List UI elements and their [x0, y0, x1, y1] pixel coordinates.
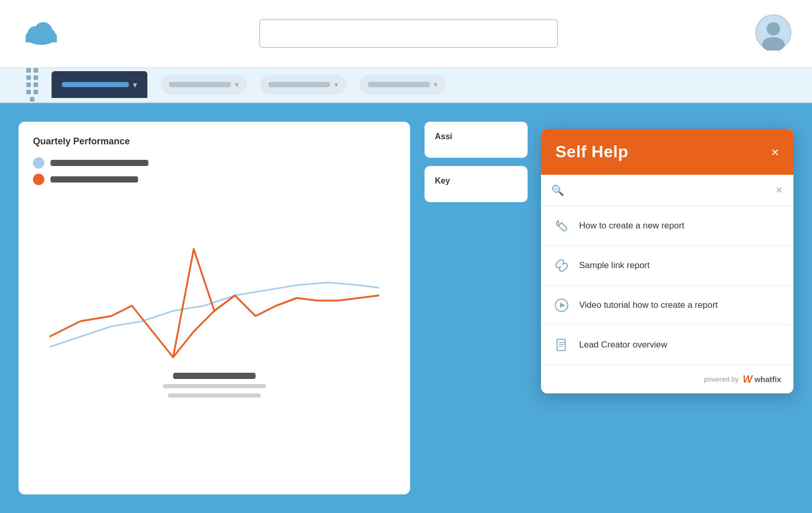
help-item-text-1: How to create a new report	[579, 221, 684, 231]
svg-rect-4	[26, 37, 57, 42]
chevron-down-icon: ▾	[334, 80, 338, 89]
powered-by-text: powered by	[704, 375, 738, 383]
help-item-text-3: Video tutorial how to create a report	[579, 300, 718, 310]
search-bar-wrapper	[62, 19, 755, 48]
self-help-footer: powered by W whatfix	[541, 365, 793, 393]
grid-menu-button[interactable]	[21, 73, 43, 96]
chart-card: Quartely Performance	[19, 122, 410, 494]
link-icon	[553, 257, 570, 274]
svg-rect-11	[557, 339, 565, 351]
legend-bar-blue	[50, 160, 148, 166]
side-card-bottom: Key	[425, 166, 528, 202]
play-icon	[553, 297, 570, 313]
nav-dropdown-2[interactable]: ▾	[260, 75, 346, 94]
close-button[interactable]: ×	[771, 145, 779, 159]
self-help-title: Self Help	[555, 142, 628, 161]
search-clear-icon[interactable]: ✕	[775, 185, 783, 196]
top-nav	[0, 0, 812, 67]
legend-item-blue	[33, 157, 396, 169]
chart-bottom	[33, 373, 396, 398]
whatfix-logo: W whatfix	[742, 373, 781, 385]
chart-sub-line-1	[163, 384, 266, 388]
chevron-down-icon: ▾	[133, 80, 137, 90]
self-help-search-bar: 🔍 ✕	[541, 175, 793, 206]
help-items-list: How to create a new report Sample link r…	[541, 206, 793, 365]
help-item-lead-creator[interactable]: Lead Creator overview	[541, 325, 793, 365]
document-icon	[553, 337, 570, 353]
svg-marker-10	[560, 303, 565, 308]
help-item-how-to-create[interactable]: How to create a new report	[541, 206, 793, 246]
chevron-down-icon: ▾	[434, 80, 437, 89]
chart-title: Quartely Performance	[33, 136, 396, 147]
chart-label-bar	[173, 373, 256, 379]
self-help-header: Self Help ×	[541, 129, 793, 175]
legend-dot-orange	[33, 174, 44, 185]
help-item-video-tutorial[interactable]: Video tutorial how to create a report	[541, 286, 793, 325]
side-card-bottom-title: Key	[435, 176, 517, 186]
search-icon: 🔍	[551, 184, 564, 196]
whatfix-brand-text: whatfix	[754, 375, 781, 384]
svg-point-6	[767, 22, 780, 36]
chart-legend	[33, 157, 396, 185]
right-panel: Assi Key	[425, 122, 528, 494]
main-search-bar[interactable]	[259, 19, 558, 48]
tool-icon	[553, 218, 570, 234]
user-avatar[interactable]	[755, 14, 791, 53]
help-item-text-4: Lead Creator overview	[579, 340, 667, 350]
legend-bar-orange	[50, 176, 138, 183]
whatfix-w-icon: W	[742, 373, 752, 385]
help-item-text-2: Sample link report	[579, 260, 650, 271]
logo	[21, 17, 62, 50]
nav-dropdown-3[interactable]: ▾	[360, 75, 446, 94]
chart-sub-line-2	[168, 393, 261, 398]
legend-dot-blue	[33, 157, 44, 169]
help-item-sample-link[interactable]: Sample link report	[541, 246, 793, 286]
active-nav-tab[interactable]: ▾	[52, 71, 147, 98]
side-card-top: Assi	[425, 122, 528, 158]
chevron-down-icon: ▾	[235, 80, 239, 89]
self-help-panel: Self Help × 🔍 ✕ How to create a new repo…	[541, 129, 793, 393]
self-help-search-input[interactable]	[570, 186, 769, 195]
side-card-title: Assi	[435, 132, 517, 141]
second-nav: ▾ ▾ ▾ ▾	[0, 67, 812, 103]
line-chart	[33, 197, 396, 362]
legend-item-orange	[33, 174, 396, 185]
nav-dropdown-1[interactable]: ▾	[161, 75, 247, 94]
